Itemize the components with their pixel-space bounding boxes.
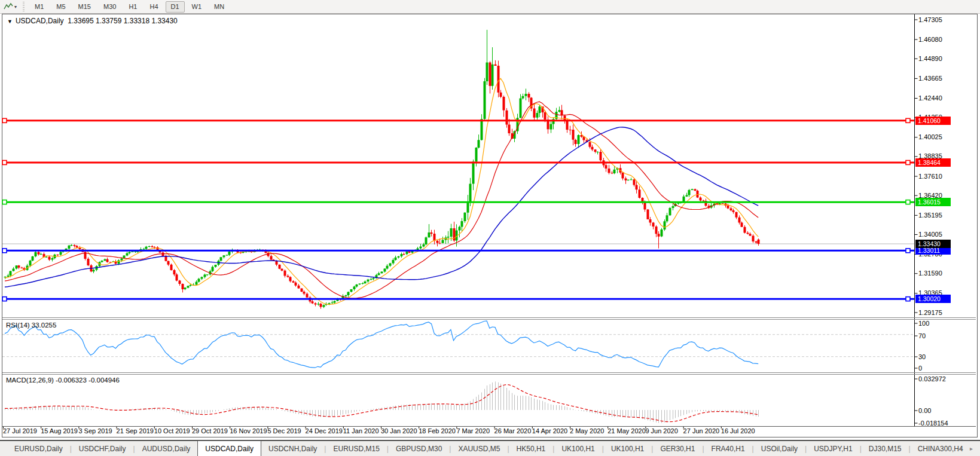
timeframe-button-h1[interactable]: H1: [123, 1, 142, 13]
hline-handle[interactable]: [2, 249, 7, 253]
price-chart-canvas[interactable]: [0, 0, 980, 438]
up-candle-wicks: [5, 30, 720, 308]
tab-usdcad-daily-3[interactable]: USDCAD,Daily: [197, 440, 261, 456]
tab-ger30-h1-11[interactable]: GER30,H1: [653, 442, 702, 456]
timeframe-buttons: M1M5M15M30H1H4D1W1MN: [29, 1, 231, 13]
tab-eurusd-daily-0[interactable]: EURUSD,Daily: [7, 442, 70, 456]
date-axis-label: 21 May 2020: [607, 427, 646, 434]
rsi-indicator-label: RSI(14) 33.0255: [6, 322, 56, 329]
date-axis-label: 24 Dec 2019: [306, 427, 343, 434]
zigzag-chart-icon: [4, 2, 13, 11]
timeframe-button-mn[interactable]: MN: [209, 1, 230, 13]
price-axis-value: 1.44890: [918, 55, 942, 62]
hline-handle[interactable]: [906, 200, 910, 204]
rsi-axis-value: 30: [918, 353, 926, 360]
hline-price-tag: 1.38464: [915, 158, 951, 167]
hline-handle[interactable]: [2, 297, 7, 301]
date-axis-label: 7 Mar 2020: [456, 427, 490, 434]
chart-type-icon[interactable]: ▾: [4, 2, 17, 11]
moving-average-7: [5, 78, 758, 304]
timeframe-button-h4[interactable]: H4: [144, 1, 163, 13]
price-axis-value: 1.40025: [918, 133, 942, 140]
symbol-tabbar: EURUSD,Daily|USDCHF,Daily|AUDUSD,DailyUS…: [0, 440, 980, 456]
date-axis-label: 27 Jun 2020: [683, 427, 720, 434]
date-axis-label: 15 Aug 2019: [41, 427, 78, 434]
macd-axis-value: -0.018154: [918, 420, 948, 427]
symbol-tabs: EURUSD,Daily|USDCHF,Daily|AUDUSD,DailyUS…: [7, 441, 970, 456]
tab-scroll-arrows: ◂ ▸: [958, 445, 973, 452]
down-candle-bodies: [18, 63, 760, 307]
hline-price-tag: 1.41060: [915, 117, 951, 125]
current-price-tag: 1.33430: [915, 240, 951, 248]
rsi-axis-value: 0: [918, 365, 922, 372]
tab-usdchf-daily-1[interactable]: USDCHF,Daily: [72, 442, 133, 456]
price-axis-value: 1.29175: [918, 309, 942, 316]
price-axis-value: 1.37610: [918, 173, 942, 180]
date-axis-label: 30 Jan 2020: [381, 427, 417, 434]
tab-usoil-daily-13[interactable]: USOil,Daily: [754, 442, 805, 456]
price-axis-value: 1.47305: [918, 16, 942, 23]
chart-title[interactable]: ▼USDCAD,Daily 1.33695 1.33759 1.33318 1.…: [7, 17, 178, 25]
price-axis-value: 1.31590: [918, 270, 942, 277]
chevron-down-icon: ▾: [14, 4, 17, 10]
macd-axis-value: 0.00: [918, 407, 931, 414]
tab-scroll-right-icon[interactable]: ▸: [970, 445, 973, 452]
rsi-line: [5, 321, 758, 368]
timeframe-button-m15[interactable]: M15: [73, 1, 96, 13]
date-axis-label: 26 Mar 2020: [494, 427, 532, 434]
date-axis-label: 14 Apr 2020: [532, 427, 567, 434]
tab-uk100-h1-10[interactable]: UK100,H1: [604, 442, 651, 456]
hline-handle[interactable]: [906, 297, 910, 301]
macd-axis-value: 0.032972: [918, 375, 946, 382]
tab-usdcnh-daily-4[interactable]: USDCNH,Daily: [261, 442, 324, 456]
hline-handle[interactable]: [2, 200, 7, 204]
hline-price-tag: 1.36015: [915, 198, 951, 206]
hline-price-tag: 1.30020: [915, 295, 951, 303]
tab-uk100-h1-9[interactable]: UK100,H1: [554, 442, 602, 456]
tab-gbpusd-m30-6[interactable]: GBPUSD,M30: [389, 442, 449, 456]
price-axis-value: 1.43665: [918, 75, 942, 82]
price-axis-value: 1.46080: [918, 36, 942, 43]
tab-dj30-m15-15[interactable]: DJ30,M15: [862, 442, 909, 456]
macd-histogram: [5, 381, 759, 423]
date-axis-label: 9 Jun 2020: [645, 427, 677, 434]
timeframe-button-w1[interactable]: W1: [187, 1, 207, 13]
hline-handle[interactable]: [906, 249, 910, 253]
chart-title-dropdown-icon[interactable]: ▼: [7, 19, 13, 25]
timeframe-button-m30[interactable]: M30: [98, 1, 121, 13]
hline-handle[interactable]: [906, 160, 910, 164]
tab-xauusd-m5-7[interactable]: XAUUSD,M5: [451, 442, 507, 456]
date-axis-label: 27 Jul 2019: [3, 427, 37, 434]
up-candle-bodies: [4, 63, 721, 307]
timeframe-button-d1[interactable]: D1: [166, 1, 185, 13]
chart-ohlc-values: 1.33695 1.33759 1.33318 1.33430: [68, 17, 178, 25]
price-axis-value: 1.42440: [918, 94, 942, 102]
macd-signal-line: [5, 385, 758, 422]
tab-scroll-left-icon[interactable]: ◂: [958, 445, 961, 452]
toolbar-grip: [23, 2, 25, 11]
price-axis-value: 1.34005: [918, 231, 942, 238]
rsi-axis-value: 70: [918, 332, 926, 339]
tab-fra40-h1-12[interactable]: FRA40,H1: [704, 442, 752, 456]
timeframe-button-m1[interactable]: M1: [29, 1, 49, 13]
chart-symbol: USDCAD,Daily: [16, 17, 64, 25]
hline-handle[interactable]: [2, 160, 7, 164]
date-axis-label: 2 May 2020: [570, 427, 604, 434]
hline-handle[interactable]: [2, 118, 7, 123]
tab-usdjpy-h1-14[interactable]: USDJPY,H1: [807, 442, 859, 456]
date-axis-label: 16 Nov 2019: [230, 427, 267, 434]
date-axis-label: 3 Sep 2019: [78, 427, 112, 434]
date-axis-label: 18 Feb 2020: [419, 427, 456, 434]
date-axis-label: 21 Sep 2019: [117, 427, 154, 434]
top-toolbar: ▾ M1M5M15M30H1H4D1W1MN: [0, 0, 980, 14]
macd-indicator-label: MACD(12,26,9) -0.006323 -0.004946: [6, 377, 120, 384]
date-axis-label: 5 Dec 2019: [267, 427, 301, 434]
date-axis-label: 16 Jul 2020: [721, 427, 755, 434]
tab-hk50-h1-8[interactable]: HK50,H1: [509, 442, 553, 456]
tab-eurusd-m15-5[interactable]: EURUSD,M15: [326, 442, 386, 456]
rsi-axis-value: 100: [918, 320, 929, 327]
tab-audusd-daily-2[interactable]: AUDUSD,Daily: [135, 442, 198, 456]
date-axis-label: 11 Jan 2020: [343, 427, 379, 434]
timeframe-button-m5[interactable]: M5: [51, 1, 71, 13]
hline-handle[interactable]: [906, 118, 910, 123]
